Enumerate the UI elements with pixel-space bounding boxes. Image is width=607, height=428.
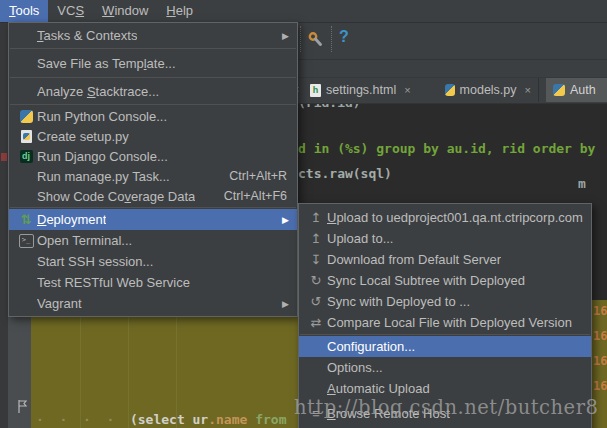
menu-separator: [10, 104, 296, 105]
python-file-icon: [553, 84, 565, 96]
python-file-icon: [445, 84, 455, 96]
django-icon: dj: [20, 150, 33, 163]
menu-separator: [300, 334, 590, 335]
deployment-submenu: ↥ Upload to uedproject001.qa.nt.ctripcor…: [298, 203, 592, 428]
tab-models-py[interactable]: models.py ×: [438, 78, 539, 102]
editor-code-fragment: m: [578, 176, 586, 191]
submenu-arrow-icon: ▶: [282, 31, 291, 41]
tab-label: models.py: [460, 83, 517, 97]
menu-item-test-restful-web-service[interactable]: Test RESTful Web Service: [9, 272, 297, 293]
menu-item-run-python-console[interactable]: Run Python Console...: [9, 106, 297, 126]
menu-item-run-manage-py-task[interactable]: Run manage.py Task... Ctrl+Alt+R: [9, 166, 297, 186]
settings-wrench-icon[interactable]: [306, 30, 324, 52]
sync-circle-icon: ↺: [311, 294, 322, 309]
menu-item-show-code-coverage[interactable]: Show Code Coverage Data Ctrl+Alt+F6: [9, 186, 297, 206]
shortcut-label: Ctrl+Alt+R: [229, 169, 291, 183]
tab-close-icon[interactable]: ×: [525, 84, 531, 96]
code-line: · · · · (select ur.name from: [31, 408, 298, 428]
menubar-item-window[interactable]: Window: [93, 0, 157, 22]
browse-remote-icon: ≡: [312, 406, 320, 421]
menu-item-upload-to[interactable]: ↥ Upload to...: [299, 228, 591, 249]
tab-label: settings.html: [326, 83, 396, 97]
menu-item-compare-local-file[interactable]: ⇄ Compare Local File with Deployed Versi…: [299, 312, 591, 333]
editor-selected-code[interactable]: · · · · (select ur.name from · · · · (se…: [31, 313, 298, 428]
download-icon: ↧: [311, 252, 322, 267]
python-icon: [20, 110, 33, 123]
python-file-icon: [21, 130, 32, 143]
menu-item-options[interactable]: Options...: [299, 357, 591, 378]
editor-gutter: [8, 313, 32, 428]
code-fragment: 16: [593, 329, 607, 343]
menubar-item-vcs[interactable]: VCS: [48, 0, 93, 22]
submenu-arrow-icon: ▶: [282, 215, 291, 225]
menu-item-tasks-contexts[interactable]: Tasks & Contexts ▶: [9, 24, 297, 47]
tab-close-icon[interactable]: ×: [404, 84, 410, 96]
menu-item-sync-with-deployed[interactable]: ↺ Sync with Deployed to ...: [299, 291, 591, 312]
deployment-icon: ⇅: [21, 212, 32, 227]
menu-item-vagrant[interactable]: Vagrant ▶: [9, 293, 297, 314]
menubar-item-help[interactable]: Help: [157, 0, 202, 22]
code-fragment: 16: [593, 304, 607, 318]
editor-right-sliver: 16 16 16 16: [592, 300, 607, 428]
menu-separator: [10, 77, 296, 78]
submenu-arrow-icon: ▶: [282, 299, 291, 309]
upload-icon: ↥: [311, 210, 322, 225]
help-icon[interactable]: ?: [339, 28, 349, 46]
html-file-icon: h: [310, 84, 321, 97]
menu-item-deployment[interactable]: ⇅ Deployment ▶: [9, 209, 297, 230]
menu-item-browse-remote-host[interactable]: ≡ Browse Remote Host: [299, 403, 591, 424]
toolbar-separator: [331, 26, 333, 52]
upload-icon: ↥: [311, 231, 322, 246]
toolbar-separator: [300, 26, 302, 52]
code-fragment: 16: [593, 354, 607, 368]
flag-marker-icon[interactable]: [17, 399, 28, 418]
menubar-item-tools[interactable]: Tools: [0, 0, 48, 22]
menu-separator: [10, 207, 296, 208]
stripe-mark: [1, 153, 7, 161]
editor-tab-bar: × h settings.html × models.py × Auth: [290, 78, 607, 104]
code-fragment: 16: [593, 379, 607, 393]
sync-icon: ↻: [311, 273, 322, 288]
menu-bar: Tools VCS Window Help: [0, 0, 607, 23]
menu-item-start-ssh-session[interactable]: Start SSH session...: [9, 251, 297, 272]
menu-item-analyze-stacktrace[interactable]: Analyze Stacktrace...: [9, 79, 297, 103]
menu-item-configuration[interactable]: Configuration...: [299, 336, 591, 357]
shortcut-label: Ctrl+Alt+F6: [224, 189, 291, 203]
menu-item-open-terminal[interactable]: >_ Open Terminal...: [9, 230, 297, 251]
menu-item-automatic-upload[interactable]: Automatic Upload: [299, 378, 591, 399]
terminal-icon: >_: [19, 234, 34, 248]
menu-item-download-from-default-server[interactable]: ↧ Download from Default Server: [299, 249, 591, 270]
ide-window: Tools VCS Window Help ? (rid.id) d in (%…: [0, 0, 607, 428]
editor-code-line-sql: d in (%s) group by au.id, rid order by: [298, 141, 595, 156]
tab-auth[interactable]: Auth: [546, 78, 607, 102]
menu-item-run-django-console[interactable]: dj Run Django Console...: [9, 146, 297, 166]
menu-separator: [10, 48, 296, 49]
menu-item-create-setup-py[interactable]: Create setup.py: [9, 126, 297, 146]
tab-label: Auth: [570, 83, 596, 97]
menu-item-sync-local-subtree[interactable]: ↻ Sync Local Subtree with Deployed: [299, 270, 591, 291]
tab-settings-html[interactable]: h settings.html ×: [303, 78, 439, 102]
menu-item-save-file-as-template[interactable]: Save File as Template...: [9, 50, 297, 76]
editor-code-line-raw: cts.raw(sql): [298, 166, 392, 181]
project-panel-edge: [0, 22, 8, 428]
tools-menu: Tasks & Contexts ▶ Save File as Template…: [8, 22, 298, 317]
menu-item-upload-to-server[interactable]: ↥ Upload to uedproject001.qa.nt.ctripcor…: [299, 207, 591, 228]
compare-icon: ⇄: [311, 315, 322, 330]
